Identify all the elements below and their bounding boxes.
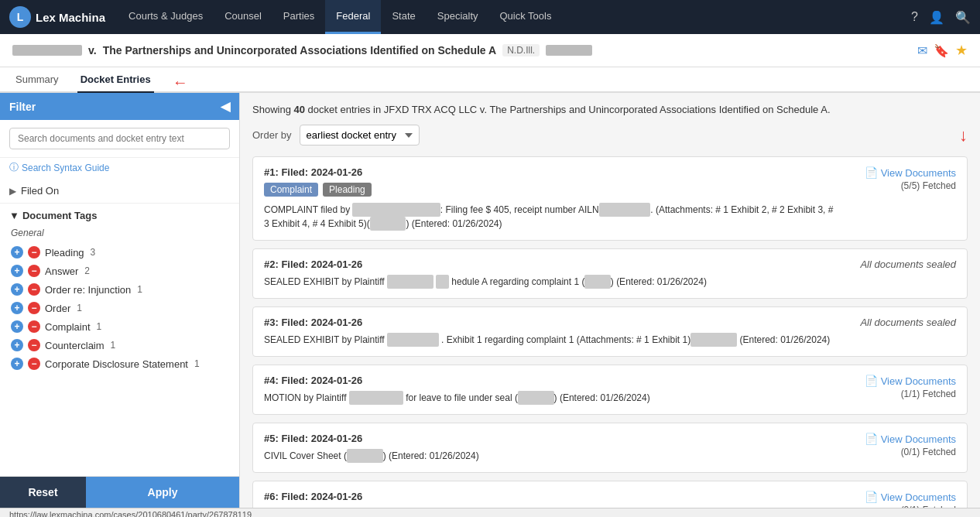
docket-entry-6: #6: Filed: 2024-01-26 Corporate Disclosu… bbox=[252, 481, 968, 508]
doc-tags-chevron: ▼ bbox=[9, 210, 19, 221]
docket-entry-5-text: CIVIL Cover Sheet ( ) (Entered: 01/26/20… bbox=[264, 449, 838, 463]
view-documents-label-5: View Documents bbox=[881, 433, 956, 445]
document-icon-5: 📄 bbox=[865, 433, 878, 445]
status-url: https://law.lexmachina.com/cases/2010680… bbox=[9, 510, 252, 517]
nav-specialty[interactable]: Specialty bbox=[427, 0, 489, 34]
order-injunction-exclude-button[interactable]: − bbox=[28, 283, 40, 296]
filter-collapse-button[interactable]: ◀ bbox=[221, 99, 230, 114]
filed-on-section[interactable]: ▶ Filed On bbox=[0, 179, 239, 204]
case-header: v. The Partnerships and Unincorporated A… bbox=[0, 34, 980, 67]
answer-exclude-button[interactable]: − bbox=[28, 265, 40, 277]
corp-disclosure-tag-count: 1 bbox=[194, 358, 200, 369]
docket-entry-4-right: 📄 View Documents (1/1) Fetched bbox=[848, 375, 956, 399]
document-icon-4: 📄 bbox=[865, 375, 878, 387]
view-documents-link-6[interactable]: 📄 View Documents bbox=[848, 491, 956, 503]
view-documents-link-5[interactable]: 📄 View Documents bbox=[848, 433, 956, 445]
doc-tags-label: Document Tags bbox=[22, 210, 98, 221]
user-icon[interactable]: 👤 bbox=[929, 10, 944, 25]
logo[interactable]: L Lex Machina bbox=[9, 6, 105, 28]
search-syntax-guide-link[interactable]: ⓘ Search Syntax Guide bbox=[0, 158, 239, 179]
answer-tag-label: Answer bbox=[45, 265, 78, 277]
docket-entry-3-filed: #3: Filed: 2024-01-26 bbox=[264, 317, 838, 328]
docket-entry-1-tags: Complaint Pleading bbox=[264, 183, 838, 197]
star-icon[interactable]: ★ bbox=[955, 42, 968, 59]
help-icon[interactable]: ? bbox=[911, 10, 918, 24]
results-header: Showing 40 docket entries in JFXD TRX AC… bbox=[252, 104, 968, 115]
reset-button[interactable]: Reset bbox=[0, 477, 86, 508]
pleading-include-button[interactable]: + bbox=[11, 246, 23, 258]
search-input[interactable] bbox=[9, 128, 230, 149]
blurred-text bbox=[690, 333, 737, 347]
complaint-exclude-button[interactable]: − bbox=[28, 320, 40, 333]
blurred-text bbox=[584, 275, 610, 289]
nav-courts-judges[interactable]: Courts & Judges bbox=[118, 0, 214, 34]
docket-entry-5: #5: Filed: 2024-01-26 CIVIL Cover Sheet … bbox=[252, 423, 968, 473]
blurred-text bbox=[599, 203, 651, 217]
docket-entry-3: #3: Filed: 2024-01-26 SEALED EXHIBIT by … bbox=[252, 306, 968, 357]
docket-entry-6-text: Corporate Disclosure Statement... bbox=[264, 507, 838, 508]
docket-entry-2-right: All documents sealed bbox=[848, 258, 956, 270]
sidebar-footer: Reset Apply bbox=[0, 476, 239, 508]
order-tag-count: 1 bbox=[77, 303, 82, 313]
order-injunction-tag-count: 1 bbox=[137, 284, 142, 295]
corp-disclosure-tag-label: Corporate Disclosure Statement bbox=[45, 358, 188, 370]
docket-entry-6-left: #6: Filed: 2024-01-26 Corporate Disclosu… bbox=[264, 491, 838, 508]
sidebar-search-section bbox=[0, 120, 239, 158]
question-icon: ⓘ bbox=[9, 161, 19, 174]
blurred-text bbox=[436, 275, 449, 289]
corp-disclosure-include-button[interactable]: + bbox=[11, 358, 23, 370]
nav-items: Courts & Judges Counsel Parties Federal … bbox=[118, 0, 562, 34]
corp-disclosure-exclude-button[interactable]: − bbox=[28, 358, 40, 370]
document-icon-1: 📄 bbox=[865, 166, 878, 179]
order-include-button[interactable]: + bbox=[11, 302, 23, 314]
top-navigation: L Lex Machina Courts & Judges Counsel Pa… bbox=[0, 0, 980, 34]
docket-entry-4-left: #4: Filed: 2024-01-26 MOTION by Plaintif… bbox=[264, 375, 838, 405]
counterclaim-include-button[interactable]: + bbox=[11, 339, 23, 351]
docket-entry-1-filed: #1: Filed: 2024-01-26 bbox=[264, 166, 838, 178]
order-injunction-include-button[interactable]: + bbox=[11, 283, 23, 296]
complaint-tag-count: 1 bbox=[97, 321, 102, 332]
tab-docket-entries[interactable]: Docket Entries bbox=[77, 67, 154, 93]
tag-item-order: + − Order 1 bbox=[9, 299, 230, 317]
main-layout: Filter ◀ ⓘ Search Syntax Guide ▶ Filed O… bbox=[0, 93, 980, 508]
view-documents-link-1[interactable]: 📄 View Documents bbox=[848, 166, 956, 179]
filed-on-label: Filed On bbox=[21, 185, 59, 197]
tab-summary[interactable]: Summary bbox=[12, 67, 62, 93]
search-icon[interactable]: 🔍 bbox=[955, 10, 971, 25]
complaint-include-button[interactable]: + bbox=[11, 320, 23, 333]
email-icon[interactable]: ✉ bbox=[917, 43, 927, 58]
case-title-row: v. The Partnerships and Unincorporated A… bbox=[12, 44, 592, 56]
view-documents-link-4[interactable]: 📄 View Documents bbox=[848, 375, 956, 387]
blurred-text bbox=[387, 275, 433, 289]
docket-entry-1: #1: Filed: 2024-01-26 Complaint Pleading… bbox=[252, 156, 968, 241]
blurred-text bbox=[370, 217, 406, 231]
bookmark-icon[interactable]: 🔖 bbox=[934, 43, 949, 58]
case-defendant-title: The Partnerships and Unincorporated Asso… bbox=[103, 44, 496, 56]
tag-item-order-injunction: + − Order re: Injunction 1 bbox=[9, 280, 230, 299]
pleading-exclude-button[interactable]: − bbox=[28, 246, 40, 258]
nav-quick-tools[interactable]: Quick Tools bbox=[489, 0, 563, 34]
general-label: General bbox=[9, 228, 230, 238]
nav-state[interactable]: State bbox=[381, 0, 426, 34]
counterclaim-exclude-button[interactable]: − bbox=[28, 339, 40, 351]
fetched-info-4: (1/1) Fetched bbox=[848, 389, 956, 399]
counterclaim-tag-count: 1 bbox=[111, 340, 116, 351]
nav-federal[interactable]: Federal bbox=[325, 0, 381, 34]
tag-item-answer: + − Answer 2 bbox=[9, 262, 230, 280]
docket-entry-1-right: 📄 View Documents (5/5) Fetched bbox=[848, 166, 956, 191]
tag-complaint-badge: Complaint bbox=[264, 183, 318, 197]
apply-button[interactable]: Apply bbox=[86, 477, 239, 508]
order-by-select[interactable]: earliest docket entry bbox=[300, 125, 420, 146]
nav-counsel[interactable]: Counsel bbox=[214, 0, 272, 34]
fetched-info-1: (5/5) Fetched bbox=[848, 180, 956, 191]
answer-include-button[interactable]: + bbox=[11, 265, 23, 277]
docket-entry-1-text: COMPLAINT filed by : Filing fee $ 405, r… bbox=[264, 203, 838, 231]
order-row: Order by earliest docket entry ↓ bbox=[252, 125, 968, 146]
nav-parties[interactable]: Parties bbox=[272, 0, 325, 34]
status-bar: https://law.lexmachina.com/cases/2010680… bbox=[0, 508, 980, 517]
doc-tags-title: ▼ Document Tags bbox=[9, 210, 230, 221]
sub-tabs: Summary Docket Entries ← bbox=[0, 67, 980, 93]
pleading-tag-label: Pleading bbox=[45, 247, 84, 258]
order-exclude-button[interactable]: − bbox=[28, 302, 40, 314]
document-icon-6: 📄 bbox=[865, 491, 878, 503]
